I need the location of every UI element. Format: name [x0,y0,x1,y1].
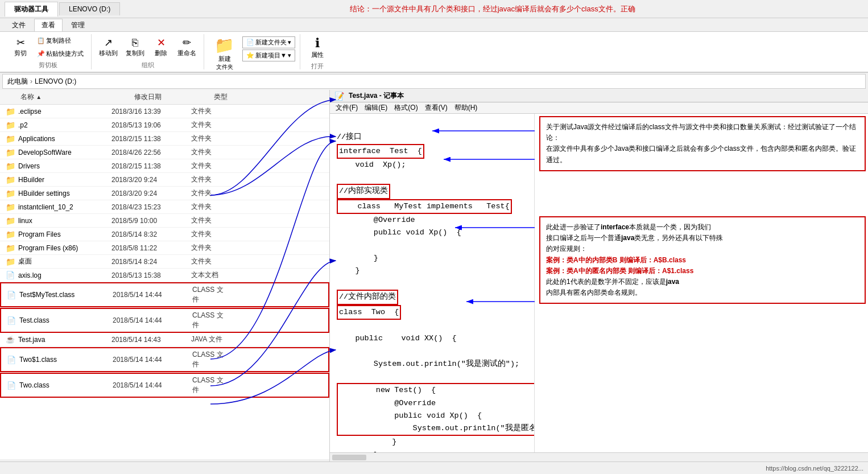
file-row-twoclass[interactable]: 📄 Two.class 2018/5/14 14:44 CLASS 文件 [0,373,329,398]
file-date: 2018/4/23 15:23 [107,203,187,211]
file-row[interactable]: 📁 Program Files (x86) 2018/5/8 11:22 文件夹 [0,241,329,255]
file-row[interactable]: 📁 .eclipse 2018/3/16 13:39 文件夹 [0,105,329,118]
file-row-two1class[interactable]: 📄 Two$1.class 2018/5/14 14:44 CLASS 文件 [0,347,329,372]
file-name: Drivers [16,162,107,170]
file-row[interactable]: 📁 HBuilder 2018/3/20 9:24 文件夹 [0,173,329,187]
address-computer: 此电脑 [7,77,28,86]
tab-lenovo-d[interactable]: LENOVO (D:) [59,2,120,15]
file-row-applications[interactable]: 📁 Applications 2018/2/15 11:38 文件夹 [0,132,329,146]
file-type: CLASS 文件 [188,376,233,395]
file-name: Program Files [16,230,107,238]
new-folder-button[interactable]: 📁 新建 文件夹 [209,34,240,73]
file-row[interactable]: 📄 axis.log 2018/5/13 15:38 文本文档 [0,269,329,282]
file-row[interactable]: 📁 instantclient_10_2 2018/4/23 15:23 文件夹 [0,200,329,214]
annotation-box-1: 关于测试Java源文件经过编译后的class文件与源文件中类和接口数量关系测试：… [539,116,866,171]
header-date[interactable]: 修改日期 [130,92,209,102]
file-type: 文件夹 [187,147,232,157]
file-row[interactable]: 📁 HBuilder settings 2018/3/20 9:24 文件夹 [0,187,329,200]
delete-button[interactable]: ✕ 删除 [150,35,172,59]
copy-to-button[interactable]: ⎘ 复制到 [123,35,147,59]
menu-view[interactable]: 查看(V) [421,102,451,113]
menu-help[interactable]: 帮助(H) [451,102,481,113]
code-interface-decl: interface Test { [337,144,424,159]
right-panel: 📝 Test.java - 记事本 文件(F) 编辑(E) 格式(O) 查看(V… [330,90,868,461]
folder-icon: 📁 [5,175,16,184]
file-name: HBuilder [16,176,107,184]
file-date: 2018/5/14 14:44 [108,356,188,364]
file-type: CLASS 文件 [188,285,233,304]
file-row[interactable]: 📁 linux 2018/5/9 10:00 文件夹 [0,214,329,228]
ribbon-tab-file[interactable]: 文件 [5,19,33,31]
scrollbar-bottom[interactable] [330,452,868,461]
title-bar: 驱动器工具 LENOVO (D:) 结论：一个源文件中具有几个类和接口，经过ja… [0,0,868,18]
header-name[interactable]: 名称 ▲ [16,92,130,102]
paste-shortcut-button[interactable]: 📌粘贴快捷方式 [34,48,86,60]
file-date: 2018/4/26 22:56 [107,149,187,156]
status-bar: https://blog.csdn.net/qq_3222122... [0,461,868,474]
code-comment-file-class: //文件内部的类 [337,290,398,304]
menu-format[interactable]: 格式(O) [391,102,421,113]
file-row[interactable]: 📁 Program Files 2018/5/14 8:32 文件夹 [0,228,329,241]
notepad-icon: 📝 [334,92,344,101]
file-row[interactable]: 📁 桌面 2018/5/14 8:24 文件夹 [0,255,329,269]
move-to-button[interactable]: ↗ 移动到 [96,35,121,59]
code-comment-interface: //接口 [337,133,362,141]
file-row[interactable]: 📁 .p2 2018/5/13 19:06 文件夹 [0,118,329,132]
new-item-button[interactable]: 📄新建文件夹▾ [242,36,295,48]
clipboard-buttons: ✂ 剪切 📋复制路径 📌粘贴快捷方式 [9,34,86,60]
menu-file[interactable]: 文件(F) [332,102,361,113]
file-date: 2018/5/14 14:44 [108,291,188,299]
file-date: 2018/3/16 13:39 [107,108,187,116]
address-bar[interactable]: 此电脑 › LENOVO (D:) [2,74,866,89]
main-wrapper: 驱动器工具 LENOVO (D:) 结论：一个源文件中具有几个类和接口，经过ja… [0,0,868,474]
organize-buttons: ↗ 移动到 ⎘ 复制到 ✕ 删除 ✏ 重命名 [96,34,199,60]
code-editor[interactable]: //接口 interface Test { void Xp(); //内部实现类… [330,114,535,452]
class-file-icon: 📄 [6,316,17,325]
file-type: 文件夹 [187,188,232,198]
copy-path-button[interactable]: 📋复制路径 [34,35,86,47]
file-name: Test.java [16,336,107,344]
file-type: CLASS 文件 [188,350,233,369]
ribbon-group-clipboard: ✂ 剪切 📋复制路径 📌粘贴快捷方式 剪切板 [5,34,92,69]
content-area: 名称 ▲ 修改日期 类型 📁 .eclipse 2018/3/16 13:39 … [0,90,868,461]
left-panel: 名称 ▲ 修改日期 类型 📁 .eclipse 2018/3/16 13:39 … [0,90,330,461]
header-type[interactable]: 类型 [209,92,255,102]
file-name: linux [16,217,107,225]
file-row[interactable]: 📁 DevelopSoftWare 2018/4/26 22:56 文件夹 [0,146,329,159]
folder-icon: 📁 [5,148,16,157]
file-row-testmytest[interactable]: 📄 Test$MyTest.class 2018/5/14 14:44 CLAS… [0,282,329,307]
folder-icon: 📁 [5,134,16,143]
class-file-icon: 📄 [6,290,17,299]
tab-driver-tools[interactable]: 驱动器工具 [5,2,58,17]
file-row-testjava[interactable]: ☕ Test.java 2018/5/14 14:43 JAVA 文件 [0,333,329,347]
folder-icon: 📁 [5,203,16,212]
open-buttons: ℹ 属性 [306,34,329,61]
easy-access-button[interactable]: ⭐新建项目▼▾ [242,50,295,61]
file-type: 文件夹 [187,134,232,143]
folder-icon: 📁 [5,189,16,198]
file-date: 2018/5/14 14:44 [108,381,188,389]
annotation-box-2: 此处进一步验证了interface本质就是一个类，因为我们接口编译之后与一个普通… [539,216,866,304]
code-comment-inner-class: //内部实现类 [337,184,390,199]
ribbon-group-open: ℹ 属性 打开 [300,34,334,69]
open-label: 打开 [311,61,324,71]
code-mytest-decl: class MyTest implements Test{ [337,199,512,214]
file-row[interactable]: 📁 Drivers 2018/2/15 11:38 文件夹 [0,159,329,173]
file-list-header: 名称 ▲ 修改日期 类型 [0,90,329,105]
horizontal-scrollbar[interactable] [332,455,366,460]
file-date: 2018/5/9 10:00 [107,217,187,225]
file-row-testclass[interactable]: 📄 Test.class 2018/5/14 14:44 CLASS 文件 [0,308,329,333]
rename-button[interactable]: ✏ 重命名 [175,35,199,59]
file-type: 文件夹 [187,257,232,266]
file-date: 2018/2/15 11:38 [107,135,187,143]
properties-button[interactable]: ℹ 属性 [306,34,329,61]
clipboard-label: 剪切板 [39,60,57,69]
file-name: axis.log [16,271,107,279]
menu-edit[interactable]: 编辑(E) [361,102,391,113]
file-name: Test$MyTest.class [17,291,108,299]
file-type: 文件夹 [187,202,232,212]
ribbon-tab-view[interactable]: 查看 [34,19,63,31]
ribbon-tabs: 文件 查看 管理 [0,18,868,32]
ribbon-tab-manage[interactable]: 管理 [64,19,92,31]
cut-button[interactable]: ✂ 剪切 [9,35,32,59]
